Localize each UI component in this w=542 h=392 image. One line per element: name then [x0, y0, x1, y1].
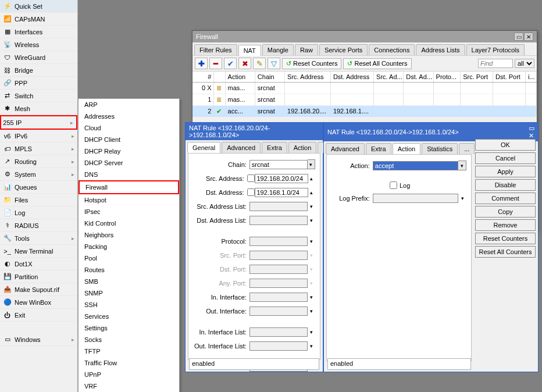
- sidebar-item-partition[interactable]: 💾Partition: [0, 270, 77, 283]
- disable-button[interactable]: Disable: [475, 179, 536, 191]
- in-interface-list-expand[interactable]: ▾: [308, 327, 315, 337]
- in-interface-expand[interactable]: ▾: [308, 292, 315, 302]
- submenu-item-dhcp-server[interactable]: DHCP Server: [79, 157, 179, 169]
- disable-button[interactable]: ✖: [238, 58, 251, 69]
- sidebar-item-log[interactable]: 📄Log: [0, 206, 77, 219]
- sidebar-item-new-winbox[interactable]: 🔵New WinBox: [0, 296, 77, 309]
- nat2-tab-extra[interactable]: Extra: [366, 143, 391, 154]
- sidebar-item-quick-set[interactable]: ⚡Quick Set: [0, 0, 77, 13]
- tab-mangle[interactable]: Mangle: [262, 44, 294, 55]
- sidebar-item-dot1x[interactable]: ◐Dot1X: [0, 258, 77, 270]
- enable-button[interactable]: ✔: [224, 58, 237, 69]
- sidebar-item-routing[interactable]: ↗Routing▸: [0, 155, 77, 168]
- nat1-tab-extra[interactable]: Extra: [262, 142, 287, 153]
- in-interface-input[interactable]: [249, 293, 308, 302]
- apply-button[interactable]: Apply: [475, 166, 536, 177]
- submenu-item-arp[interactable]: ARP: [79, 99, 179, 111]
- sidebar-item-tools[interactable]: 🔧Tools▸: [0, 232, 77, 245]
- dst-addr-list-input[interactable]: [249, 216, 308, 225]
- sidebar-item-mesh[interactable]: ✱Mesh: [0, 102, 77, 115]
- dst-address-remove[interactable]: ▴: [308, 187, 316, 197]
- dst-address-neg[interactable]: [247, 188, 255, 196]
- sidebar-item-switch[interactable]: ⇄Switch: [0, 90, 77, 102]
- ok-button[interactable]: OK: [475, 139, 536, 151]
- dst-addr-list-expand[interactable]: ▾: [308, 215, 315, 225]
- nat1-tab-general[interactable]: General: [187, 142, 220, 153]
- reset-all-counters-button[interactable]: ↺Reset All Counters: [343, 58, 411, 69]
- submenu-item-settings[interactable]: Settings: [79, 322, 179, 334]
- submenu-item-tftp[interactable]: TFTP: [79, 345, 179, 357]
- sidebar-item-mpls[interactable]: 🏷MPLS▸: [0, 142, 77, 155]
- minimize-button[interactable]: ▭: [529, 124, 534, 132]
- reset-counters-button[interactable]: Reset Counters: [475, 233, 536, 244]
- submenu-item-dhcp-client[interactable]: DHCP Client: [79, 134, 179, 145]
- filter-icon[interactable]: ▽: [268, 58, 280, 69]
- protocol-input[interactable]: [249, 237, 308, 246]
- sidebar-item-ppp[interactable]: 🔗PPP: [0, 77, 77, 90]
- comment-button[interactable]: ✎: [253, 58, 266, 69]
- nat1-tab-action[interactable]: Action: [288, 142, 317, 153]
- out-interface-input[interactable]: [249, 307, 308, 316]
- add-button[interactable]: ✚: [195, 58, 208, 69]
- nat-rule-row[interactable]: 0 X≣mas...srcnat: [192, 83, 537, 94]
- copy-button[interactable]: Copy: [475, 206, 536, 218]
- sidebar-item-files[interactable]: 📁Files: [0, 194, 77, 206]
- src-address-input[interactable]: [255, 174, 308, 183]
- submenu-item-hotspot[interactable]: Hotspot: [79, 194, 179, 206]
- submenu-item-socks[interactable]: Socks: [79, 334, 179, 345]
- src-address-remove[interactable]: ▴: [308, 173, 316, 183]
- submenu-item-packing[interactable]: Packing: [79, 241, 179, 252]
- log-prefix-input[interactable]: [373, 194, 458, 203]
- tab-nat[interactable]: NAT: [238, 45, 261, 56]
- sidebar-item-ipv6[interactable]: v6IPv6▸: [0, 130, 77, 142]
- find-scope-select[interactable]: all: [515, 59, 534, 68]
- action-input[interactable]: [373, 161, 458, 170]
- submenu-item-traffic-flow[interactable]: Traffic Flow: [79, 357, 179, 369]
- submenu-item-firewall[interactable]: Firewall: [79, 180, 179, 194]
- src-addr-list-input[interactable]: [249, 202, 308, 211]
- submenu-item-dns[interactable]: DNS: [79, 169, 179, 180]
- submenu-item-neighbors[interactable]: Neighbors: [79, 229, 179, 241]
- submenu-item-kid-control[interactable]: Kid Control: [79, 218, 179, 229]
- submenu-item-cloud[interactable]: Cloud: [79, 122, 179, 134]
- reset-all-counters-button[interactable]: Reset All Counters: [475, 246, 536, 258]
- sidebar-item-interfaces[interactable]: ▦Interfaces: [0, 26, 77, 38]
- minimize-button[interactable]: ▭: [514, 33, 523, 41]
- remove-button[interactable]: Remove: [475, 219, 536, 231]
- tab-layer7-protocols[interactable]: Layer7 Protocols: [466, 44, 525, 55]
- submenu-item-vrf[interactable]: VRF: [79, 380, 179, 392]
- sidebar-item-bridge[interactable]: ⛓Bridge: [0, 64, 77, 77]
- tab-service-ports[interactable]: Service Ports: [319, 44, 368, 55]
- submenu-item-pool[interactable]: Pool: [79, 252, 179, 264]
- out-interface-expand[interactable]: ▾: [308, 306, 315, 316]
- log-checkbox[interactable]: [390, 181, 397, 189]
- action-dropdown[interactable]: ▾: [458, 161, 466, 170]
- nat1-tab-advanced[interactable]: Advanced: [222, 142, 261, 153]
- nat2-tab-statistics[interactable]: Statistics: [422, 143, 458, 154]
- log-prefix-expand[interactable]: ▾: [458, 193, 466, 203]
- submenu-item-smb[interactable]: SMB: [79, 276, 179, 287]
- sidebar-item-system[interactable]: ⚙System▸: [0, 168, 77, 181]
- src-address-neg[interactable]: [247, 174, 255, 182]
- out-interface-list-input[interactable]: [249, 341, 308, 351]
- tab-filter-rules[interactable]: Filter Rules: [194, 44, 237, 55]
- sidebar-item-ip[interactable]: 255IP▸: [0, 115, 77, 130]
- src-addr-list-expand[interactable]: ▾: [308, 201, 315, 211]
- chain-input[interactable]: [249, 160, 308, 169]
- nat2-tab-advanced[interactable]: Advanced: [326, 143, 365, 154]
- submenu-item-snmp[interactable]: SNMP: [79, 287, 179, 299]
- reset-counters-button[interactable]: ↺Reset Counters: [282, 58, 341, 69]
- tab-raw[interactable]: Raw: [295, 44, 318, 55]
- submenu-item-services[interactable]: Services: [79, 311, 179, 322]
- submenu-item-dhcp-relay[interactable]: DHCP Relay: [79, 145, 179, 157]
- sidebar-item-wireless[interactable]: 📡Wireless: [0, 38, 77, 51]
- comment-button[interactable]: Comment: [475, 193, 536, 204]
- find-input[interactable]: [478, 59, 513, 68]
- close-button[interactable]: ✕: [524, 33, 533, 41]
- nat2-tab--[interactable]: ...: [459, 143, 475, 154]
- submenu-item-ssh[interactable]: SSH: [79, 299, 179, 311]
- submenu-item-ipsec[interactable]: IPsec: [79, 206, 179, 218]
- submenu-item-routes[interactable]: Routes: [79, 264, 179, 276]
- nat2-tab-action[interactable]: Action: [393, 143, 421, 154]
- sidebar-item-wireguard[interactable]: 🛡WireGuard: [0, 51, 77, 64]
